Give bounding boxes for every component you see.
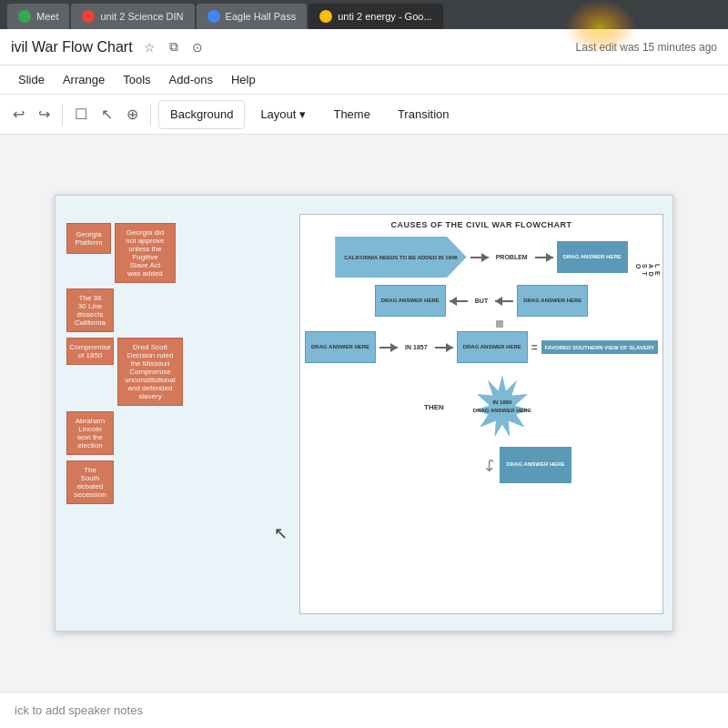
drag1-label: DRAG ANSWER HERE — [563, 254, 622, 261]
title-icons: ☆ ⧉ ⊙ — [142, 39, 206, 56]
share-icon[interactable]: ⊙ — [189, 39, 206, 56]
fc-pentagon-california: CALIFORNIA NEEDS TO BE ADDED IN 1848 — [335, 237, 466, 278]
slide-area: Georgia Platform Georgia did not approve… — [0, 135, 728, 692]
fc-row-4: THEN IN 1860 DRAG ANSWER HERE — [300, 370, 662, 443]
bottom-flow: ↪ DRAG ANSWER HERE — [482, 447, 571, 483]
box-georgia-platform[interactable]: Georgia Platform — [66, 223, 111, 254]
format-icon[interactable]: ☐ — [70, 104, 92, 126]
layout-chevron-icon: ▾ — [299, 107, 306, 121]
fc-starburst-in1860: IN 1860 DRAG ANSWER HERE — [466, 370, 539, 443]
last-edit-label: Last edit was 15 minutes ago — [576, 41, 717, 54]
drag6-label: DRAG ANSWER HERE — [473, 408, 531, 414]
fc-arrow-right-3 — [379, 347, 398, 349]
cursor-icon[interactable]: ↖ — [96, 104, 117, 126]
tab-meet[interactable]: Meet — [7, 4, 69, 29]
menu-addons[interactable]: Add-ons — [162, 69, 220, 90]
copy-icon[interactable]: ⧉ — [166, 39, 182, 56]
meet-icon — [18, 10, 31, 23]
flowchart-area: CAUSES OF THE CIVIL WAR FLOWCHART CALIFO… — [299, 214, 663, 614]
title-bar: ivil War Flow Chart ☆ ⧉ ⊙ Last edit was … — [0, 29, 728, 66]
menu-bar: Slide Arrange Tools Add-ons Help — [0, 66, 728, 95]
fc-drag1: DRAG ANSWER HERE — [557, 241, 628, 273]
fc-arrow-right-1 — [470, 257, 489, 258]
tab-hall[interactable]: Eagle Hall Pass — [197, 4, 308, 29]
fc-drag6-box: DRAG ANSWER HERE — [500, 447, 571, 483]
layout-label: Layout — [260, 107, 296, 121]
fc-row-1: CALIFORNIA NEEDS TO BE ADDED IN 1848 PRO… — [300, 237, 662, 278]
tab-active[interactable]: unti 2 energy - Goo... — [308, 4, 442, 29]
separator-1 — [62, 104, 63, 126]
tab-hall-label: Eagle Hall Pass — [226, 11, 297, 22]
box-dred-scott[interactable]: Dred Scott Decision ruled the Missouri C… — [117, 338, 183, 406]
fc-but-label: BUT — [471, 296, 491, 306]
drag3-label: DRAG ANSWER HERE — [523, 298, 581, 305]
redo-icon[interactable]: ↪ — [33, 104, 55, 126]
in1860-label: IN 1860 DRAG ANSWER HERE — [473, 399, 531, 414]
fc-arrow-left-1 — [450, 300, 468, 302]
page-title: ivil War Flow Chart — [11, 39, 133, 56]
speaker-notes[interactable]: ick to add speaker notes — [0, 692, 728, 728]
in1860-text: IN 1860 — [473, 399, 531, 406]
then-label: THEN — [424, 403, 444, 411]
separator-2 — [150, 104, 151, 126]
drag2-label: DRAG ANSWER HERE — [381, 298, 440, 305]
box-georgia-detail[interactable]: Georgia did not approve unless the Fugit… — [115, 223, 176, 283]
fc-row-5: ↪ DRAG ANSWER HERE — [391, 447, 662, 483]
background-button[interactable]: Background — [158, 100, 245, 129]
fc-problem-label: PROBLEM — [492, 252, 531, 262]
layout-button[interactable]: Layout ▾ — [248, 100, 318, 129]
speaker-notes-placeholder: ick to add speaker notes — [15, 703, 143, 717]
drag6-box-label: DRAG ANSWER HERE — [506, 461, 564, 469]
insert-icon[interactable]: ⊕ — [121, 104, 143, 126]
hall-icon — [207, 10, 220, 23]
browser-tabs: Meet unit 2 Science DIN Eagle Hall Pass … — [0, 0, 728, 29]
toolbar: ↩ ↪ ☐ ↖ ⊕ Background Layout ▾ Theme Tran… — [0, 95, 728, 135]
fc-arrow-left-2 — [495, 300, 513, 302]
slide[interactable]: Georgia Platform Georgia did not approve… — [55, 195, 673, 632]
app: ivil War Flow Chart ☆ ⧉ ⊙ Last edit was … — [0, 29, 728, 728]
fc-connector-1 — [300, 320, 662, 328]
small-connector — [496, 320, 503, 328]
menu-slide[interactable]: Slide — [11, 69, 52, 90]
box-south-secession[interactable]: The South debated secession — [66, 460, 114, 504]
transition-button[interactable]: Transition — [386, 100, 461, 129]
left-panel: Georgia Platform Georgia did not approve… — [66, 223, 176, 504]
fc-drag3: DRAG ANSWER HERE — [517, 285, 588, 317]
tab-active-label: unti 2 energy - Goo... — [338, 11, 431, 22]
flowchart-title: CAUSES OF THE CIVIL WAR FLOWCHART — [300, 215, 662, 235]
box-lincoln[interactable]: Abraham Lincoln won the election — [66, 411, 114, 455]
fc-equals-1: = — [531, 341, 538, 354]
fc-drag5: DRAG ANSWER HERE — [457, 331, 528, 363]
box-36-30[interactable]: The 36 30 Line dissects California — [66, 288, 114, 332]
curve-arrow-icon: ↪ — [480, 459, 500, 472]
pentagon-label: CALIFORNIA NEEDS TO BE ADDED IN 1848 — [344, 255, 457, 260]
tab-science[interactable]: unit 2 Science DIN — [71, 4, 194, 29]
fc-drag4: DRAG ANSWER HERE — [305, 331, 376, 363]
star-icon[interactable]: ☆ — [142, 39, 158, 56]
science-icon — [82, 10, 95, 23]
then-section: THEN — [424, 403, 444, 411]
menu-help[interactable]: Help — [224, 69, 263, 90]
favored-label: FAVORED SOUTHERN VIEW OF SLAVERY — [545, 345, 654, 350]
menu-tools[interactable]: Tools — [116, 69, 157, 90]
theme-button[interactable]: Theme — [321, 100, 381, 129]
fc-drag2: DRAG ANSWER HERE — [375, 285, 446, 317]
box-compromise[interactable]: Compromise of 1850 — [66, 338, 114, 365]
fc-arrow-right-2 — [535, 257, 553, 258]
undo-icon[interactable]: ↩ — [7, 104, 29, 126]
drag4-label: DRAG ANSWER HERE — [311, 344, 369, 351]
leads-to-label: L E A D S T O — [635, 264, 661, 278]
fc-row-2: DRAG ANSWER HERE BUT DRAG ANSWER HERE — [300, 285, 662, 317]
menu-arrange[interactable]: Arrange — [56, 69, 112, 90]
drag5-label: DRAG ANSWER HERE — [463, 344, 521, 351]
cursor-indicator: ↖ — [274, 523, 288, 543]
fc-arrow-right-4 — [435, 347, 453, 349]
fc-row-3: DRAG ANSWER HERE IN 1857 DRAG ANSWER HER… — [300, 331, 662, 363]
fc-in1857-label: IN 1857 — [401, 342, 431, 352]
tab-science-label: unit 2 Science DIN — [100, 11, 183, 22]
tab-meet-label: Meet — [36, 11, 58, 22]
energy-icon — [319, 10, 332, 23]
fc-favored-box: FAVORED SOUTHERN VIEW OF SLAVERY — [541, 340, 658, 354]
